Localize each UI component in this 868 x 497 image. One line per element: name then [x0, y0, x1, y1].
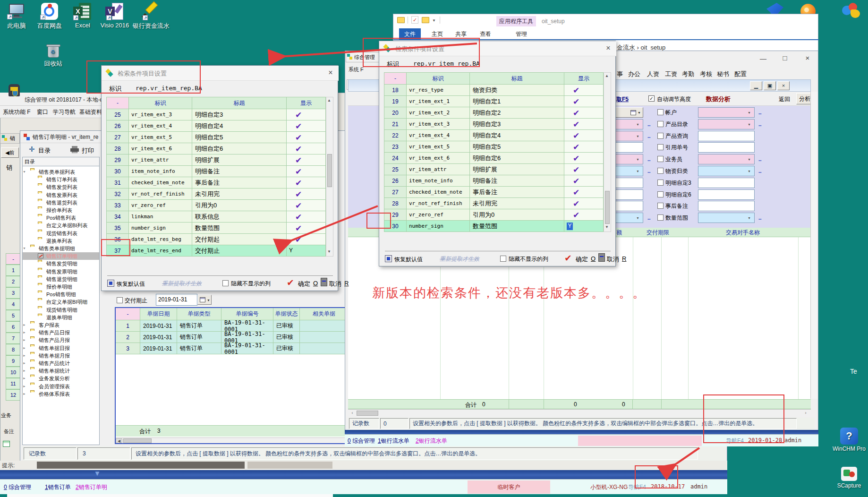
tree-item-销售单据统计[interactable]: ►销售单据统计 [23, 367, 99, 375]
oit-min-button[interactable]: — [758, 55, 768, 63]
tree-item-Pos销售列表[interactable]: Pos销售列表 [23, 214, 99, 222]
more-dots[interactable]: .. [647, 133, 654, 139]
desktop-icon-shortcut[interactable]: ↗银行资金流水 [133, 3, 170, 33]
app-tool-tab[interactable]: 应用程序工具 [496, 16, 536, 26]
dialog-row-show[interactable]: ✔ [564, 198, 604, 209]
desktop-icon-bin[interactable]: ♻回收站 [35, 42, 72, 72]
mdi-close-button[interactable]: × [777, 81, 790, 90]
tree-item-自定义单据BI明细[interactable]: 自定义单据BI明细 [23, 298, 99, 306]
dialog-row-show[interactable]: ✔ [564, 107, 604, 119]
due-date-end-checkbox[interactable] [117, 297, 123, 303]
desktop-icon-winchm[interactable]: ?WinCHM Pro [830, 428, 868, 462]
scroll-left-icon[interactable]: ‹ [349, 411, 356, 416]
filter-checkbox-数量范围[interactable] [657, 214, 664, 221]
dialog-row-show[interactable]: ✔ [564, 119, 604, 130]
address-breadcrumb[interactable]: 金流水 › oit_setup [617, 43, 721, 51]
filter-field-产品查询[interactable] [698, 131, 755, 141]
dialog-row-show[interactable]: ✔ [287, 177, 326, 189]
dialog-row-show[interactable]: ✔ [287, 109, 326, 120]
menu-item[interactable]: 系统功能 F [3, 108, 31, 116]
tab-manage[interactable]: 管理 [511, 28, 532, 40]
close-icon[interactable]: × [604, 44, 613, 52]
dialog-row-show[interactable]: ✔ [287, 234, 326, 245]
dialog-row-show[interactable]: ✔ [564, 96, 604, 107]
cancel-button[interactable]: 取消R [607, 255, 629, 263]
auto-height-checkbox[interactable]: ✓ [648, 95, 655, 102]
dialog-row-show[interactable]: ✔ [287, 120, 326, 132]
fetch-f5-button[interactable]: 取F5 [616, 95, 640, 103]
desktop-icon-excel[interactable]: X↗Excel [64, 3, 101, 33]
catalog-button[interactable]: 目录 [38, 146, 57, 154]
tree-item-销售发票列表[interactable]: 销售发票列表 [23, 191, 99, 199]
filter-checkbox-业务员[interactable] [657, 156, 664, 162]
more-dots[interactable]: .. [758, 168, 765, 174]
due-date-input[interactable]: 2019-01-31 [156, 294, 197, 306]
oit-menu-工资[interactable]: 工资 [665, 70, 677, 77]
filter-field-帐户[interactable]: ▼ [698, 107, 755, 118]
more-dots[interactable]: .. [647, 156, 654, 163]
dialog-row-show[interactable]: ✔ [564, 187, 604, 198]
chevron-right-icon[interactable]: ► [23, 392, 26, 396]
window-link-2[interactable]: 2销售订单明 [76, 483, 107, 491]
dialog-row-show[interactable]: ✔ [287, 143, 326, 154]
more-dots[interactable]: .. [647, 214, 654, 221]
tree-item-现货销售列表[interactable]: 现货销售列表 [23, 230, 99, 237]
tree-item-业务发展分析[interactable]: ►业务发展分析 [23, 375, 99, 382]
window-link-0[interactable]: 0 综合管理 [4, 483, 31, 491]
tree-item-销售单据日报[interactable]: ►销售单据日报 [23, 344, 99, 352]
chevron-right-icon[interactable]: ► [23, 346, 26, 350]
tree-item-销售订单列表[interactable]: 销售订单列表 [23, 176, 99, 183]
oit-close-button[interactable]: × [803, 54, 812, 62]
tree-item-销售发票明细[interactable]: 销售发票明细 [23, 268, 99, 275]
dialog-row-show[interactable]: ✔ [287, 189, 326, 200]
tree-item-销售退货列表[interactable]: 销售退货列表 [23, 199, 99, 206]
filter-field-数量范围[interactable]: ▼ [698, 213, 755, 223]
window-link[interactable]: 2银行流水单 [416, 437, 447, 445]
scroll-up-icon[interactable]: ▲ [327, 98, 332, 103]
filter-checkbox-明细自定3[interactable] [657, 180, 664, 186]
scroll-thumb[interactable] [605, 191, 610, 224]
oit-menu-考核[interactable]: 考核 [700, 70, 712, 77]
qat-folder2-icon[interactable] [422, 17, 429, 23]
tree-item-销售单据月报[interactable]: ►销售单据月报 [23, 352, 99, 360]
filter-field-产品目录[interactable]: ▼ [698, 119, 755, 129]
tree-item-退换单明细[interactable]: 退换单明细 [23, 314, 99, 321]
oit-menu-办公[interactable]: 办公 [628, 70, 640, 77]
tree-item-Pos销售明细[interactable]: Pos销售明细 [23, 291, 99, 298]
desktop-icon-netdisk[interactable]: ↗百度网盘 [31, 3, 68, 33]
more-dots[interactable]: .. [647, 168, 654, 174]
dialog-row-show[interactable]: ✔ [564, 85, 604, 96]
menu-item[interactable]: 窗口 [37, 108, 48, 116]
chevron-right-icon[interactable]: ► [23, 385, 26, 388]
filter-field-事后备注[interactable] [698, 201, 755, 211]
tree-item-会员管理报表[interactable]: ►会员管理报表 [23, 383, 99, 390]
tree-item-销售退货明细[interactable]: 销售退货明细 [23, 275, 99, 283]
menu-item[interactable]: 基础资料 [79, 108, 102, 116]
chevron-right-icon[interactable]: ► [23, 361, 26, 365]
back-button[interactable]: 返回 [779, 95, 792, 103]
scroll-thumb[interactable] [123, 438, 152, 443]
scroll-thumb[interactable] [357, 411, 378, 416]
dialog-row-show[interactable]: ✔ [564, 175, 604, 187]
tree-item-销售产品月报[interactable]: ►销售产品月报 [23, 336, 99, 344]
filter-field-物资归类[interactable]: ▼ [698, 166, 755, 176]
qat-folder-icon[interactable] [397, 17, 405, 23]
print-button[interactable]: 打印 [82, 146, 101, 154]
dialog-row-show[interactable]: ✔ [287, 211, 326, 223]
chevron-right-icon[interactable]: ► [23, 369, 26, 373]
chevron-down-icon[interactable]: ▼ [23, 170, 26, 174]
ok-button[interactable]: 确定O [576, 255, 597, 263]
tree-item-销售产品日报[interactable]: ►销售产品日报 [23, 329, 99, 336]
desktop-icon-visio[interactable]: V↗Visio 2016 [96, 3, 133, 33]
scroll-down-icon[interactable]: ▼ [327, 249, 332, 254]
more-dots[interactable]: .. [758, 156, 765, 163]
restore-defaults-button[interactable]: 恢复默认值 [107, 279, 159, 289]
chevron-right-icon[interactable]: ► [23, 338, 26, 342]
desktop-icon-scapture[interactable]: SCapture [830, 467, 868, 494]
more-dots[interactable]: .. [758, 214, 765, 221]
tree-item-报价单明细[interactable]: 报价单明细 [23, 283, 99, 291]
scroll-up-icon[interactable]: ▲ [605, 74, 610, 78]
dialog-row-show[interactable]: Y [564, 221, 604, 232]
desktop-icon-pc[interactable]: ↗此电脑 [0, 3, 35, 33]
oit-menu-人资[interactable]: 人资 [647, 70, 659, 77]
